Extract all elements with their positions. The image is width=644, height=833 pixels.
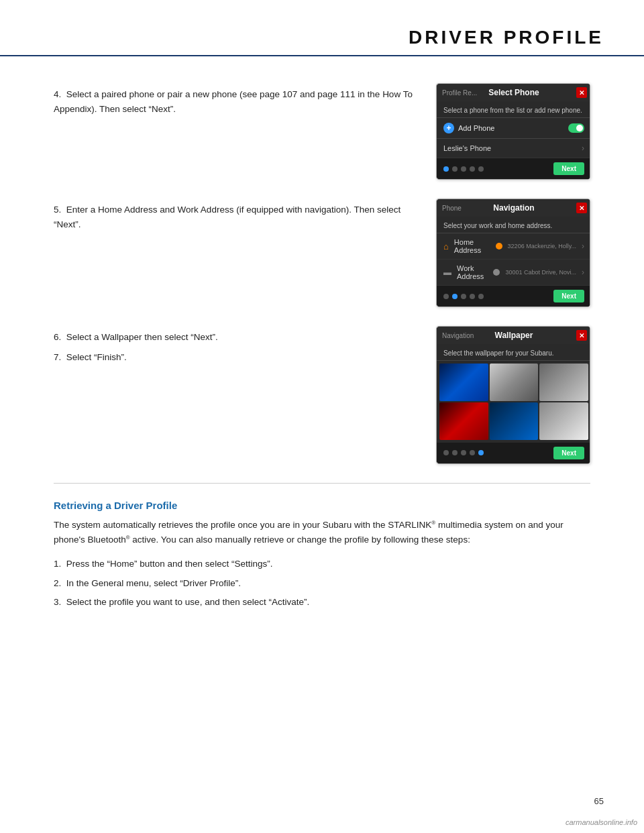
wp-dot-indicators (443, 450, 484, 455)
nav-dot-4 (470, 294, 475, 299)
select-phone-subtitle: Select a phone from the list or add new … (437, 101, 590, 118)
step-5-label: 5. (54, 205, 66, 215)
step-5-screen: Phone Navigation ✕ Select your work and … (436, 199, 590, 307)
wp-dot-4 (470, 450, 475, 455)
add-phone-row[interactable]: + Add Phone (437, 118, 590, 139)
nav-subtitle: Select your work and home address. (437, 217, 590, 233)
step-5-content: Enter a Home Address and Work Address (i… (54, 205, 400, 229)
step-5-text: 5. Enter a Home Address and Work Address… (54, 199, 416, 231)
wp-close-icon[interactable]: ✕ (576, 330, 587, 341)
dot-indicators (443, 166, 484, 172)
retrieving-step-2: 2. In the General menu, select “Driver P… (54, 576, 590, 591)
work-icon: ▬ (443, 268, 451, 277)
phone-name: Leslie's Phone (443, 144, 576, 152)
step-4-text: 4. Select a paired phone or pair a new p… (54, 83, 416, 116)
home-address-row[interactable]: ⌂ Home Address 32206 Mackenzie, Holly...… (437, 233, 590, 260)
select-phone-body: Select a phone from the list or add new … (437, 101, 590, 158)
dot-3 (461, 166, 466, 172)
retrieving-step-3: 3. Select the profile you want to use, a… (54, 595, 590, 610)
navigation-screen: Phone Navigation ✕ Select your work and … (437, 199, 590, 307)
next-button[interactable]: Next (553, 162, 584, 175)
select-phone-screen: Profile Re... Select Phone ✕ Select a ph… (437, 84, 590, 179)
close-icon[interactable]: ✕ (576, 87, 587, 98)
work-label: Work Address (457, 264, 488, 280)
phone-entry-row[interactable]: Leslie's Phone › (437, 139, 590, 158)
select-phone-title: Select Phone (488, 88, 539, 97)
nav-dot-2 (452, 294, 458, 299)
nav-dot-indicators (443, 294, 484, 299)
nav-dot-3 (461, 294, 466, 299)
navigation-body: Select your work and home address. ⌂ Hom… (437, 217, 590, 286)
work-address-row[interactable]: ▬ Work Address 30001 Cabot Drive, Novi..… (437, 260, 590, 286)
retrieving-step-1: 1. Press the “Home” button and then sele… (54, 557, 590, 571)
nav-dot-5 (478, 294, 484, 299)
home-chevron-icon: › (582, 241, 584, 251)
nav-header-left: Phone (442, 205, 462, 212)
watermark: carmanualsonline.info (566, 818, 637, 826)
nav-dot-1 (443, 294, 449, 299)
wallpaper-grid (437, 361, 590, 443)
wp-subtitle: Select the wallpaper for your Subaru. (437, 344, 590, 361)
step-4-block: 4. Select a paired phone or pair a new p… (54, 83, 590, 180)
step-6-label: 6. (54, 332, 66, 342)
navigation-title: Navigation (493, 203, 534, 213)
nav-close-icon[interactable]: ✕ (576, 203, 587, 213)
step-4-label: 4. (54, 89, 66, 99)
wallpaper-title: Wallpaper (495, 331, 533, 340)
nav-next-button[interactable]: Next (553, 290, 584, 302)
work-chevron-icon: › (582, 268, 584, 277)
home-value: 32206 Mackenzie, Holly... (508, 243, 576, 249)
wp-dot-5 (478, 450, 484, 455)
work-dot (493, 269, 500, 276)
wp-header-left: Navigation (442, 332, 474, 339)
wallpaper-body: Select the wallpaper for your Subaru. (437, 344, 590, 443)
dot-2 (452, 166, 458, 172)
page-number: 65 (594, 796, 604, 806)
step-6-7-screen: Navigation Wallpaper ✕ Select the wallpa… (436, 326, 590, 464)
navigation-header: Phone Navigation ✕ (437, 199, 590, 217)
wallpaper-thumb-5[interactable] (490, 402, 539, 440)
section-divider (54, 483, 590, 484)
step-5-block: 5. Enter a Home Address and Work Address… (54, 199, 590, 307)
wp-next-button[interactable]: Next (553, 447, 584, 459)
wallpaper-thumb-6[interactable] (539, 402, 588, 440)
wp-dot-1 (443, 450, 449, 455)
select-phone-header: Profile Re... Select Phone ✕ (437, 84, 590, 101)
step-7-label: 7. (54, 352, 66, 362)
dot-1 (443, 166, 449, 172)
add-phone-label: Add Phone (458, 124, 564, 132)
wp-dot-3 (461, 450, 466, 455)
page-title: DRIVER PROFILE (40, 27, 604, 48)
home-label: Home Address (454, 238, 490, 254)
step-6-7-block: 6. Select a Wallpaper then select “Next”… (54, 326, 590, 464)
home-icon: ⌂ (443, 241, 449, 252)
retrieving-body: The system automatically retrieves the p… (54, 518, 590, 548)
wp-footer: Next (437, 443, 590, 463)
wallpaper-thumb-4[interactable] (439, 402, 488, 440)
toggle-on-icon[interactable] (568, 123, 584, 133)
work-value: 30001 Cabot Drive, Novi... (505, 269, 576, 276)
wallpaper-thumb-1[interactable] (439, 364, 488, 401)
wallpaper-header: Navigation Wallpaper ✕ (437, 327, 590, 344)
step-6-text: 6. Select a Wallpaper then select “Next”… (54, 330, 416, 345)
home-dot (496, 243, 502, 249)
dot-5 (478, 166, 484, 172)
page-header: DRIVER PROFILE (0, 0, 644, 56)
wallpaper-screen: Navigation Wallpaper ✕ Select the wallpa… (437, 327, 590, 463)
retrieving-heading: Retrieving a Driver Profile (54, 500, 590, 511)
retrieving-steps: 1. Press the “Home” button and then sele… (54, 557, 590, 610)
chevron-right-icon: › (582, 144, 584, 153)
step-7-text: 7. Select “Finish”. (54, 350, 416, 365)
wallpaper-thumb-2[interactable] (490, 364, 539, 401)
wp-dot-2 (452, 450, 458, 455)
content-area: 4. Select a paired phone or pair a new p… (0, 76, 644, 641)
nav-footer: Next (437, 286, 590, 307)
step-7-content: Select “Finish”. (66, 352, 127, 362)
step-6-content: Select a Wallpaper then select “Next”. (66, 332, 218, 342)
step-4-content: Select a paired phone or pair a new phon… (54, 89, 413, 114)
wallpaper-thumb-3[interactable] (539, 364, 588, 401)
dot-4 (470, 166, 475, 172)
step-6-7-text: 6. Select a Wallpaper then select “Next”… (54, 326, 416, 364)
step-4-screen: Profile Re... Select Phone ✕ Select a ph… (436, 83, 590, 180)
plus-icon: + (443, 123, 454, 133)
